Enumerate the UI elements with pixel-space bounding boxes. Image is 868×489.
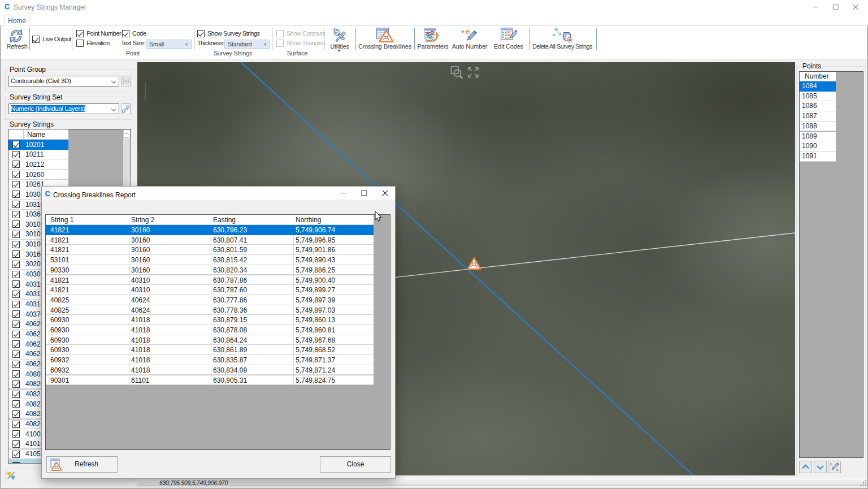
svg-text:#: #	[466, 28, 470, 36]
svg-text:GHI: GHI	[505, 36, 511, 40]
svg-text:#: #	[830, 462, 832, 467]
